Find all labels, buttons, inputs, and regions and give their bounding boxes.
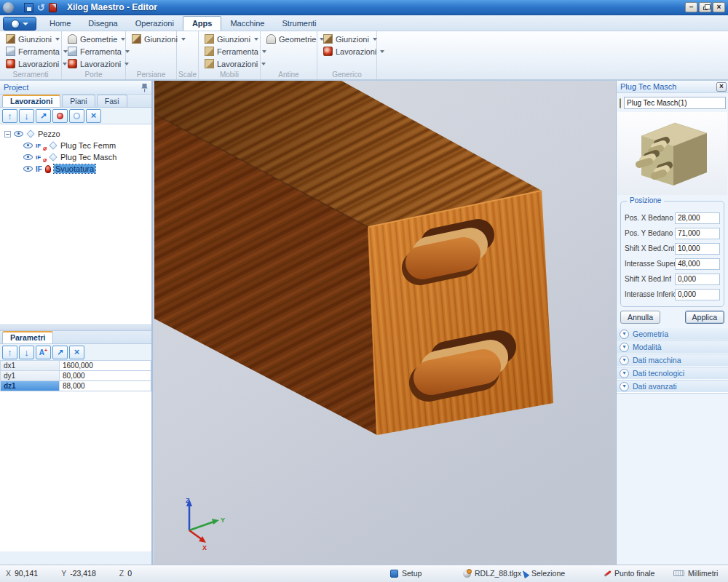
statusbar-file[interactable]: RDLZ_88.tlgx (463, 569, 521, 578)
interasse-superiore-input[interactable] (675, 258, 720, 270)
delete-button[interactable]: × (86, 109, 101, 123)
statusbar-setup[interactable]: Setup (390, 569, 422, 578)
giunzioni-button[interactable]: Giunzioni (130, 33, 173, 45)
tab-apps[interactable]: Apps (183, 16, 222, 31)
tab-disegna[interactable]: Disegna (79, 17, 126, 31)
tree-row-plug-tec-masch[interactable]: IF Plug Tec Masch (0, 151, 151, 163)
tab-lavorazioni[interactable]: Lavorazioni (2, 95, 60, 107)
section-dati-macchina[interactable]: ▾ Dati macchina (617, 354, 728, 367)
save-icon[interactable] (24, 3, 33, 12)
add-parameter-button[interactable]: A+ (36, 346, 51, 359)
application-menu-button[interactable] (3, 17, 36, 31)
panel-splitter[interactable] (0, 325, 151, 331)
table-row-selected[interactable]: dz1 88,000 (0, 381, 151, 391)
lavorazioni-icon (205, 59, 214, 68)
restore-button[interactable] (699, 2, 711, 12)
tree-row-plug-tec-femm[interactable]: IF Plug Tec Femm (0, 140, 151, 151)
eye-icon[interactable] (14, 131, 23, 137)
eye-icon[interactable] (23, 154, 33, 160)
tab-operazioni[interactable]: Operazioni (127, 17, 183, 31)
statusbar-punto-finale[interactable]: Punto finale (603, 569, 654, 578)
eye-icon[interactable] (23, 143, 33, 148)
chevron-down-icon (380, 50, 384, 53)
preview-block-image (628, 114, 717, 193)
axis-label-y: Y (221, 517, 225, 524)
shift-x-bed-cnt-input[interactable] (675, 243, 720, 255)
close-panel-button[interactable]: × (716, 82, 727, 92)
minimize-button[interactable]: – (685, 2, 697, 12)
giunzioni-icon (132, 34, 141, 44)
move-up-button[interactable]: ↑ (2, 346, 17, 359)
tab-parametri[interactable]: Parametri (2, 331, 53, 343)
delete-button[interactable]: × (69, 346, 84, 359)
section-geometria[interactable]: ▾ Geometria (617, 328, 728, 340)
move-down-button[interactable]: ↓ (19, 109, 34, 123)
chevron-down-icon (373, 38, 377, 41)
section-label: Dati tecnologici (633, 369, 684, 378)
shift-x-bed-inf-input[interactable] (675, 274, 720, 285)
close-button[interactable]: × (713, 2, 725, 12)
table-row[interactable]: dy1 80,000 (0, 371, 151, 381)
highlight-off-button[interactable] (69, 109, 84, 123)
highlight-on-button[interactable] (52, 109, 68, 123)
interasse-inferiore-input[interactable] (675, 289, 720, 300)
pos-y-bedano-input[interactable] (675, 228, 720, 239)
viewport-3d[interactable]: Z Y X (154, 81, 616, 565)
tab-strumenti[interactable]: Strumenti (273, 17, 325, 31)
param-value[interactable]: 1600,000 (60, 361, 151, 371)
geometrie-button[interactable]: Geometrie (66, 33, 122, 45)
pos-x-bedano-input[interactable] (675, 212, 720, 224)
tree-row-svuotatura[interactable]: IF Svuotatura (0, 163, 151, 175)
section-dati-avanzati[interactable]: ▾ Dati avanzati (617, 380, 728, 393)
ribbon-tab-row: Home Disegna Operazioni Apps Macchine St… (0, 15, 728, 31)
eye-icon[interactable] (23, 166, 33, 172)
operation-name-input[interactable] (624, 97, 726, 109)
tab-fasi[interactable]: Fasi (97, 95, 127, 107)
ferramenta-button[interactable]: Ferramenta (4, 45, 58, 57)
chevron-down-icon (55, 38, 60, 41)
button-label: Ferramenta (217, 47, 258, 56)
parametri-table: dx1 1600,000 dy1 80,000 dz1 88,000 (0, 361, 151, 391)
export-button[interactable]: ↗ (52, 346, 68, 359)
export-button[interactable]: ↗ (36, 109, 51, 123)
tab-piani[interactable]: Piani (62, 95, 95, 107)
tree-label-selected: Svuotatura (54, 164, 95, 173)
tab-macchine[interactable]: Macchine (221, 17, 273, 31)
geometrie-button[interactable]: Geometrie (265, 33, 314, 45)
tree-row-pezzo[interactable]: Pezzo (0, 128, 151, 140)
move-up-button[interactable]: ↑ (2, 109, 17, 123)
file-icon (463, 570, 471, 578)
statusbar-selezione[interactable]: Selezione (522, 569, 565, 578)
lavorazioni-button[interactable]: Lavorazioni (203, 57, 257, 70)
param-value[interactable]: 88,000 (60, 381, 151, 391)
wood-beam-render: Z Y X (154, 81, 616, 565)
giunzioni-button[interactable]: Giunzioni (4, 33, 58, 45)
section-dati-tecnologici[interactable]: ▾ Dati tecnologici (617, 367, 728, 380)
move-down-button[interactable]: ↓ (19, 346, 34, 359)
disabled-icon (43, 159, 47, 162)
pin-icon[interactable] (141, 83, 148, 92)
statusbar-millimetri[interactable]: Millimetri (673, 569, 718, 578)
ferramenta-button[interactable]: Ferramenta (203, 45, 257, 57)
param-value[interactable]: 80,000 (60, 371, 151, 381)
coord-y-value: -23,418 (70, 569, 96, 578)
ferramenta-button[interactable]: Ferramenta (66, 45, 122, 57)
collapse-icon[interactable] (4, 131, 11, 137)
giunzioni-button[interactable]: Giunzioni (203, 33, 257, 45)
lavorazioni-button[interactable]: Lavorazioni (4, 57, 58, 70)
cancel-button[interactable]: Annulla (620, 311, 660, 324)
redo-icon[interactable] (49, 3, 57, 12)
project-tabs: Lavorazioni Piani Fasi (0, 95, 151, 108)
tenon-lower (428, 347, 499, 383)
table-row[interactable]: dx1 1600,000 (0, 361, 151, 371)
lavorazioni-button[interactable]: Lavorazioni (66, 57, 122, 70)
section-modalita[interactable]: ▾ Modalità (617, 341, 728, 354)
tab-home[interactable]: Home (41, 17, 79, 31)
group-name: Antine (261, 71, 317, 79)
undo-icon[interactable]: ↺ (37, 3, 45, 12)
tree-label: Plug Tec Femm (60, 141, 116, 150)
apply-button[interactable]: Applica (685, 311, 724, 324)
giunzioni-button[interactable]: Giunzioni (322, 33, 373, 45)
if-condition-icon: IF (36, 165, 42, 173)
lavorazioni-button[interactable]: Lavorazioni (322, 45, 373, 57)
